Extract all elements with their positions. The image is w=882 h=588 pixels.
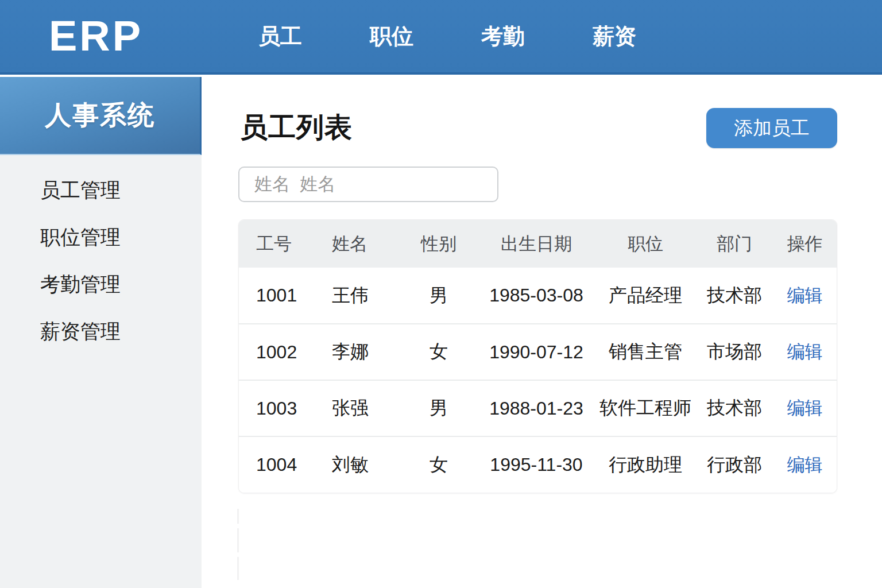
sidebar-item-employee-management[interactable]: 员工管理 xyxy=(0,167,202,214)
cell-gender: 女 xyxy=(399,436,479,493)
edit-link[interactable]: 编辑 xyxy=(787,398,823,418)
cell-birthdate: 1985-03-08 xyxy=(479,268,594,324)
nav-item-employees[interactable]: 员工 xyxy=(258,22,302,51)
cell-birthdate: 1988-01-23 xyxy=(479,380,594,436)
sidebar-header: 人事系统 xyxy=(0,77,202,155)
sidebar-item-salary-management[interactable]: 薪资管理 xyxy=(0,308,202,355)
cell-employee-id: 1003 xyxy=(239,380,315,436)
cell-department: 市场部 xyxy=(697,324,772,380)
employee-table-card: 工号 姓名 性别 出生日期 职位 部门 操作 1001 王伟 男 1985-03… xyxy=(238,219,837,493)
edit-link[interactable]: 编辑 xyxy=(787,455,823,475)
cell-name: 李娜 xyxy=(315,324,399,380)
sidebar: 人事系统 员工管理 职位管理 考勤管理 薪资管理 xyxy=(0,77,202,588)
cell-birthdate: 1995-11-30 xyxy=(479,436,594,493)
top-navbar: ERP 员工 职位 考勤 薪资 xyxy=(0,0,882,75)
sidebar-menu: 员工管理 职位管理 考勤管理 薪资管理 xyxy=(0,155,202,355)
nav-item-attendance[interactable]: 考勤 xyxy=(481,22,525,51)
column-header-employee-id: 工号 xyxy=(239,220,315,268)
column-header-gender: 性别 xyxy=(399,220,479,268)
cell-position: 行政助理 xyxy=(594,436,697,493)
cell-position: 销售主管 xyxy=(594,324,697,380)
sidebar-item-position-management[interactable]: 职位管理 xyxy=(0,214,202,261)
cell-department: 行政部 xyxy=(697,436,772,493)
edit-link[interactable]: 编辑 xyxy=(787,342,823,362)
sidebar-title: 人事系统 xyxy=(45,98,155,133)
column-header-birthdate: 出生日期 xyxy=(479,220,594,268)
sidebar-item-attendance-management[interactable]: 考勤管理 xyxy=(0,261,202,308)
cell-name: 王伟 xyxy=(315,268,399,324)
cell-name: 张强 xyxy=(315,380,399,436)
cell-employee-id: 1002 xyxy=(239,324,315,380)
cell-position: 产品经理 xyxy=(594,268,697,324)
app-logo: ERP xyxy=(49,15,143,57)
table-row: 1002 李娜 女 1990-07-12 销售主管 市场部 编辑 xyxy=(239,324,837,380)
cell-employee-id: 1004 xyxy=(239,436,315,493)
cell-birthdate: 1990-07-12 xyxy=(479,324,594,380)
employee-table: 工号 姓名 性别 出生日期 职位 部门 操作 1001 王伟 男 1985-03… xyxy=(239,220,837,493)
column-header-position: 职位 xyxy=(594,220,697,268)
nav-item-positions[interactable]: 职位 xyxy=(370,22,413,51)
cell-name: 刘敏 xyxy=(315,436,399,493)
faded-artifact-marks xyxy=(237,509,239,585)
cell-department: 技术部 xyxy=(697,380,772,436)
column-header-department: 部门 xyxy=(697,220,772,268)
nav-item-salary[interactable]: 薪资 xyxy=(593,22,636,51)
table-header-row: 工号 姓名 性别 出生日期 职位 部门 操作 xyxy=(239,220,837,268)
main-content: 员工列表 添加员工 工号 姓名 性别 出生日期 职位 部门 操作 xyxy=(202,77,882,588)
cell-position: 软件工程师 xyxy=(594,380,697,436)
cell-gender: 女 xyxy=(399,324,479,380)
cell-department: 技术部 xyxy=(697,268,772,324)
cell-gender: 男 xyxy=(399,268,479,324)
table-row: 1001 王伟 男 1985-03-08 产品经理 技术部 编辑 xyxy=(239,268,837,324)
name-search-input[interactable] xyxy=(238,167,498,202)
table-row: 1003 张强 男 1988-01-23 软件工程师 技术部 编辑 xyxy=(239,380,837,436)
cell-gender: 男 xyxy=(399,380,479,436)
page-title: 员工列表 xyxy=(240,109,353,146)
top-nav-menu: 员工 职位 考勤 薪资 xyxy=(258,0,636,72)
edit-link[interactable]: 编辑 xyxy=(787,285,823,305)
column-header-name: 姓名 xyxy=(315,220,399,268)
table-row: 1004 刘敏 女 1995-11-30 行政助理 行政部 编辑 xyxy=(239,436,837,493)
add-employee-button[interactable]: 添加员工 xyxy=(706,108,837,148)
column-header-actions: 操作 xyxy=(772,220,837,268)
cell-employee-id: 1001 xyxy=(239,268,315,324)
